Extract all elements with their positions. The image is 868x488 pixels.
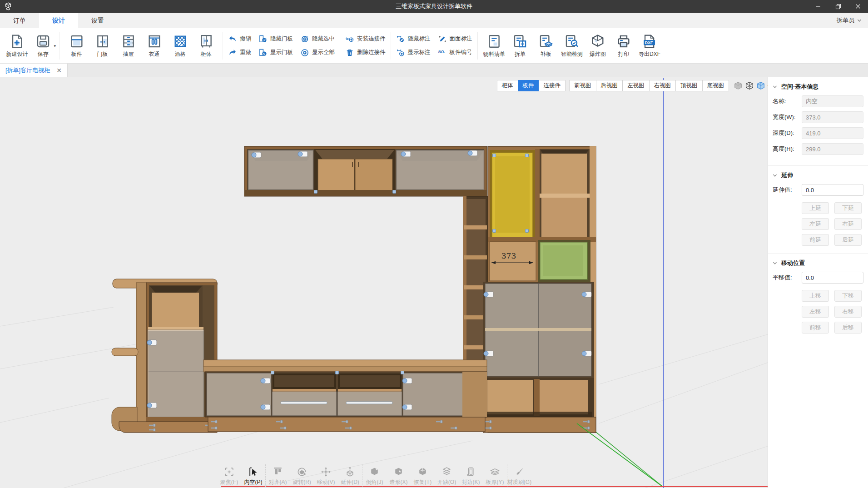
ribbon-action-button[interactable]: 撤销 xyxy=(228,35,251,44)
ribbon-label: 补板 xyxy=(541,50,551,58)
extend-value-input[interactable] xyxy=(802,184,863,196)
render-mode-button[interactable]: ▾ xyxy=(733,81,743,91)
ribbon-label: 板件 xyxy=(71,50,82,58)
ribbon-action-button[interactable]: 面面标注 xyxy=(438,35,472,44)
ribbon-output-button[interactable]: 爆炸图 ▾ xyxy=(585,34,611,58)
view-direction-button[interactable]: 顶视图 xyxy=(675,80,703,91)
display-mode-label: 柜体 xyxy=(502,82,513,89)
bottom-tool[interactable]: 板厚(Y) xyxy=(483,464,507,487)
ribbon-action-button[interactable]: 显示门板 xyxy=(258,48,293,57)
property-row: 平移值: xyxy=(773,272,863,284)
wall-cabinet-row[interactable] xyxy=(244,146,487,196)
extend-direction-button: 上延 xyxy=(802,202,829,214)
bottom-tool[interactable]: 封边(K) xyxy=(459,464,483,487)
chevron-down-icon xyxy=(773,173,777,178)
ribbon-output-button[interactable]: 补板 ▾ xyxy=(533,34,559,58)
3d-scene[interactable]: 373 xyxy=(0,77,768,488)
tv-cabinet-model[interactable]: 373 xyxy=(112,146,596,433)
ribbon-component-button[interactable]: 柜体 ▾ xyxy=(193,34,219,58)
property-label: 平移值: xyxy=(773,274,802,282)
display-mode-button[interactable]: 柜体 xyxy=(497,80,518,91)
dropdown-caret-icon[interactable]: ▾ xyxy=(767,84,768,88)
bottom-tool[interactable]: 旋转(R) xyxy=(290,464,314,487)
ribbon-output-button[interactable]: 智能检测 ▾ xyxy=(559,34,585,58)
right-column[interactable] xyxy=(483,146,596,433)
move-value-input[interactable] xyxy=(802,272,863,284)
bottom-tool[interactable]: 恢复(T) xyxy=(411,464,435,487)
bottom-tool[interactable]: 对齐(A) xyxy=(266,464,290,487)
bottom-tool[interactable]: 内空(P) xyxy=(241,464,265,487)
ribbon-label: 物料清单 xyxy=(483,50,505,58)
ribbon-action-button[interactable]: 隐藏门板 xyxy=(258,35,293,44)
secondary-space-green[interactable] xyxy=(538,240,590,282)
bottom-tool[interactable]: 材质刷(G) xyxy=(507,464,531,487)
ribbon-file-button[interactable]: 新建设计 ▾ xyxy=(4,34,30,58)
tool-label: 内空(P) xyxy=(244,478,263,486)
ribbon-output-button[interactable]: 物料清单 ▾ xyxy=(481,34,507,58)
ribbon-label: 柜体 xyxy=(201,50,212,58)
ribbon-action-button[interactable]: 重做 xyxy=(228,48,251,57)
ribbon-action-button[interactable]: 隐藏选中 xyxy=(300,35,335,44)
extend-direction-button: 左延 xyxy=(802,218,829,230)
ribbon-component-button[interactable]: 板件 ▾ xyxy=(64,34,89,58)
section-header[interactable]: 移动位置 xyxy=(773,259,863,267)
tool-label: 造形(X) xyxy=(390,478,408,486)
bottom-tool[interactable]: 聚焦(F) xyxy=(217,464,241,487)
ribbon-divider xyxy=(60,32,60,60)
display-mode-button[interactable]: 连接件 xyxy=(539,80,566,91)
ribbon-label: 拆单 xyxy=(515,50,526,58)
ribbon-component-button[interactable]: 衣通 ▾ xyxy=(141,34,167,58)
menu-tab[interactable]: 订单 xyxy=(0,13,39,28)
display-mode-button[interactable]: 板件 xyxy=(518,80,539,91)
bottom-tool[interactable]: 延伸(D) xyxy=(338,464,362,487)
ribbon-action-button[interactable]: NO. 板件编号 xyxy=(438,48,472,57)
view-direction-button[interactable]: 左视图 xyxy=(622,80,650,91)
close-button[interactable] xyxy=(848,0,868,13)
tool-icon xyxy=(320,466,332,478)
view-direction-button[interactable]: 后视图 xyxy=(596,80,623,91)
dimensioned-panel[interactable] xyxy=(490,242,536,281)
user-role-dropdown[interactable]: 拆单员 xyxy=(837,13,862,28)
ribbon-output-button[interactable]: DXF 导出DXF ▾ xyxy=(637,34,663,58)
render-mode-button[interactable]: ▾ xyxy=(744,81,754,91)
section-header[interactable]: 空间-基本信息 xyxy=(773,83,863,91)
selected-space-yellow[interactable] xyxy=(490,150,535,240)
tv-bench[interactable] xyxy=(203,360,487,432)
view-direction-button[interactable]: 右视图 xyxy=(649,80,676,91)
tool-label: 聚焦(F) xyxy=(220,478,238,486)
menu-tab[interactable]: 设置 xyxy=(78,13,117,28)
render-mode-button[interactable]: ▾ xyxy=(756,81,766,91)
minimize-button[interactable] xyxy=(808,0,828,13)
3d-viewport[interactable]: 373 柜体 板件 xyxy=(0,77,768,488)
restore-button[interactable] xyxy=(828,0,848,13)
ribbon-component-button[interactable]: 门板 ▾ xyxy=(89,34,115,58)
ribbon-file-button[interactable]: 保存 ▾ xyxy=(30,34,56,58)
bottom-tool[interactable]: 造形(X) xyxy=(387,464,411,487)
ribbon-action-button[interactable]: 显示全部 xyxy=(300,48,335,57)
ribbon-component-button[interactable]: 抽屉 ▾ xyxy=(115,34,141,58)
move-direction-button: 左移 xyxy=(802,306,829,318)
document-tabstrip: [拆单]客厅电视柜 ✕ xyxy=(0,64,868,77)
move-direction-button: 右移 xyxy=(834,306,862,318)
ribbon-label: 重做 xyxy=(240,49,251,56)
ribbon-output-button[interactable]: 打印 ▾ xyxy=(611,34,637,58)
bottom-tool[interactable]: 倒角(J) xyxy=(362,464,387,487)
ribbon-action-button[interactable]: 隐藏标注 xyxy=(396,35,431,44)
ribbon-action-button[interactable]: 显示标注 xyxy=(396,48,431,57)
ribbon-component-button[interactable]: 酒格 ▾ xyxy=(167,34,193,58)
ribbon-output-button[interactable]: 拆单 ▾ xyxy=(507,34,533,58)
view-direction-button[interactable]: 底视图 xyxy=(702,80,729,91)
menubar: 订单 设计 设置 拆单员 xyxy=(0,13,868,28)
document-tab[interactable]: [拆单]客厅电视柜 ✕ xyxy=(0,64,68,77)
bottom-tool[interactable]: 开缺(O) xyxy=(435,464,459,487)
dropdown-caret-icon[interactable]: ▾ xyxy=(54,44,56,48)
ribbon-action-button[interactable]: 删除连接件 xyxy=(345,48,386,57)
move-direction-button: 下移 xyxy=(834,290,862,302)
left-section[interactable] xyxy=(112,279,217,433)
tab-close-icon[interactable]: ✕ xyxy=(56,67,62,74)
ribbon-action-button[interactable]: 安装连接件 xyxy=(345,35,386,44)
menu-tab[interactable]: 设计 xyxy=(39,13,78,28)
section-header[interactable]: 延伸 xyxy=(773,171,863,179)
view-direction-button[interactable]: 前视图 xyxy=(569,80,596,91)
bottom-tool[interactable]: 移动(V) xyxy=(314,464,338,487)
